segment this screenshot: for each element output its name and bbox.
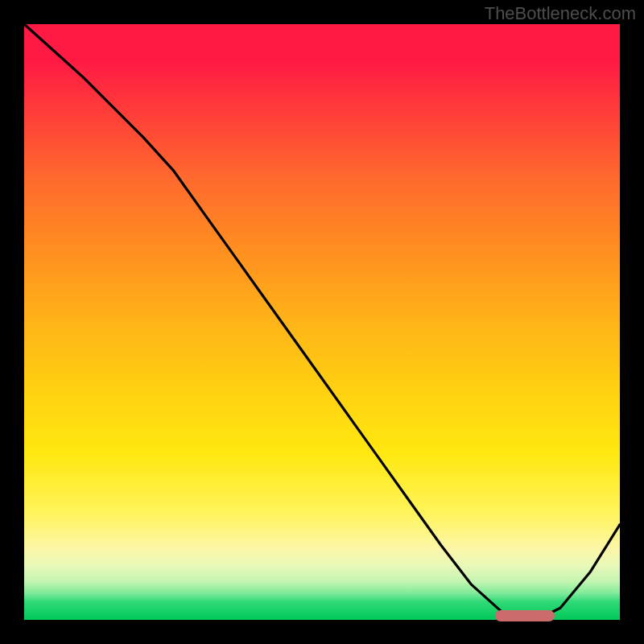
plot-area xyxy=(24,24,620,620)
optimal-range-marker xyxy=(495,610,555,621)
bottleneck-curve xyxy=(24,24,620,620)
chart-frame: TheBottleneck.com xyxy=(0,0,644,644)
watermark-text: TheBottleneck.com xyxy=(485,3,636,24)
